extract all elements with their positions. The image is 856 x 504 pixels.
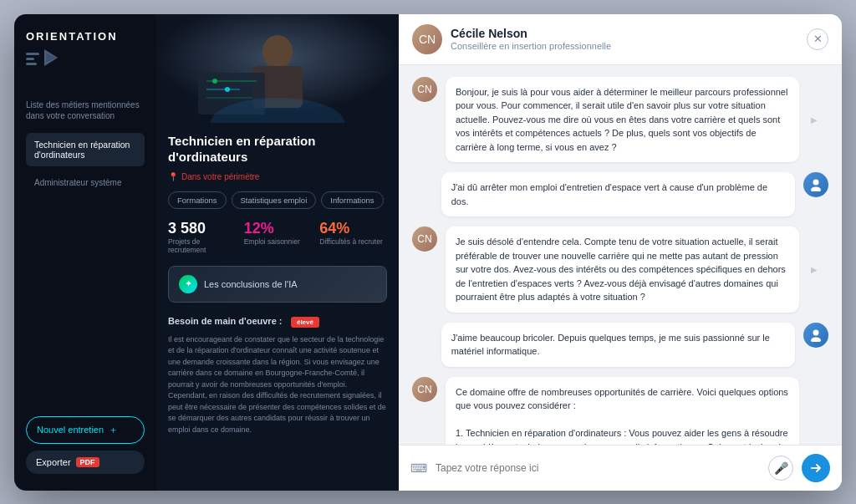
svg-point-4: [262, 35, 293, 69]
message-row-5: CN Ce domaine offre de nombreuses opport…: [412, 377, 828, 445]
chat-close-button[interactable]: ✕: [807, 28, 828, 50]
advisor-info: Cécile Nelson Conseillère en insertion p…: [451, 27, 611, 51]
advisor-msg-avatar-5: CN: [412, 377, 437, 402]
chat-input-field[interactable]: [436, 462, 760, 474]
ai-analysis-text: Il est encourageant de constater que le …: [168, 334, 387, 436]
svg-point-15: [813, 329, 819, 335]
stat-recrutement: 3 580 Projets de recrutement: [168, 221, 236, 254]
message-row-4: J'aime beaucoup bricoler. Depuis quelque…: [412, 323, 828, 367]
svg-rect-1: [26, 58, 34, 60]
logo-icon: [26, 46, 145, 69]
svg-rect-2: [26, 63, 37, 65]
message-bubble-4: J'aime beaucoup bricoler. Depuis quelque…: [441, 323, 795, 367]
sidebar: ORIENTATION Liste des métiers mentionnée…: [14, 14, 156, 491]
message-row-3: CN Je suis désolé d'entendre cela. Compt…: [412, 227, 828, 313]
microphone-button[interactable]: 🎤: [768, 456, 793, 481]
message-bubble-2: J'ai dû arrêter mon emploi d'entretien d…: [441, 172, 795, 216]
advisor-name: Cécile Nelson: [451, 27, 611, 40]
new-interview-button[interactable]: Nouvel entretien ＋: [26, 416, 145, 444]
app-title: ORIENTATION: [26, 31, 145, 43]
chat-panel: CN Cécile Nelson Conseillère en insertio…: [399, 14, 842, 491]
middle-content: Technicien en réparation d'ordinateurs 📍…: [156, 123, 399, 446]
svg-point-10: [212, 79, 217, 84]
besoin-header: Besoin de main d'oeuvre : élevé: [168, 313, 387, 328]
advisor-msg-avatar-3: CN: [412, 227, 437, 252]
svg-point-14: [811, 187, 821, 192]
chat-header: CN Cécile Nelson Conseillère en insertio…: [399, 14, 842, 65]
job-location: 📍 Dans votre périmètre: [168, 172, 387, 181]
ai-icon: ✦: [179, 275, 197, 293]
svg-point-13: [813, 180, 819, 186]
chat-input-row: ⌨ 🎤: [399, 445, 842, 491]
pdf-badge: PDF: [76, 457, 99, 467]
tag-row: Formations Statistiques emploi Informati…: [168, 191, 387, 209]
advisor-title: Conseillère en insertion professionnelle: [451, 41, 611, 51]
job-title: Technicien en réparation d'ordinateurs: [168, 133, 387, 165]
ai-conclusions-button[interactable]: ✦ Les conclusions de l'IA: [168, 266, 387, 303]
app-window: ORIENTATION Liste des métiers mentionnée…: [14, 14, 842, 491]
send-button[interactable]: [802, 454, 830, 482]
tag-formations[interactable]: Formations: [168, 191, 227, 209]
logo-area: ORIENTATION: [26, 31, 145, 69]
message-row-2: J'ai dû arrêter mon emploi d'entretien d…: [412, 172, 828, 216]
tag-info[interactable]: Informations: [321, 191, 383, 209]
svg-point-11: [225, 87, 230, 92]
job-image: [156, 14, 399, 123]
export-button[interactable]: Exporter PDF: [26, 451, 145, 474]
user-msg-avatar-4: [803, 323, 828, 348]
user-msg-avatar-2: [803, 172, 828, 197]
stat-saisonnier: 12% Emploi saisonnier: [244, 221, 312, 254]
chat-messages: CN Bonjour, je suis là pour vous aider à…: [399, 65, 842, 445]
location-pin-icon: 📍: [168, 172, 178, 181]
tag-stats[interactable]: Statistiques emploi: [232, 191, 317, 209]
stats-row: 3 580 Projets de recrutement 12% Emploi …: [168, 221, 387, 254]
niveau-badge: élevé: [291, 317, 319, 328]
ai-btn-label: Les conclusions de l'IA: [204, 279, 298, 289]
middle-panel: Technicien en réparation d'ordinateurs 📍…: [156, 14, 399, 491]
sidebar-item-technicien[interactable]: Technicien en réparation d'ordinateurs: [26, 133, 145, 166]
message-bubble-3: Je suis désolé d'entendre cela. Compte t…: [446, 227, 799, 313]
keyboard-icon: ⌨: [410, 461, 427, 475]
message-bubble-1: Bonjour, je suis là pour vous aider à dé…: [446, 77, 799, 163]
sidebar-section-label: Liste des métiers mentionnées dans votre…: [26, 99, 145, 121]
stat-difficultes: 64% Difficultés à recruter: [319, 221, 387, 254]
play-icon-3[interactable]: ▶: [811, 263, 818, 276]
advisor-msg-avatar-1: CN: [412, 77, 437, 102]
svg-point-16: [811, 337, 821, 342]
svg-rect-0: [26, 53, 39, 55]
message-bubble-5: Ce domaine offre de nombreuses opportuni…: [446, 377, 799, 445]
play-icon-1[interactable]: ▶: [811, 113, 818, 125]
advisor-avatar: CN: [412, 24, 442, 54]
message-row-1: CN Bonjour, je suis là pour vous aider à…: [412, 77, 828, 163]
sidebar-item-admin[interactable]: Administrateur système: [26, 171, 145, 194]
